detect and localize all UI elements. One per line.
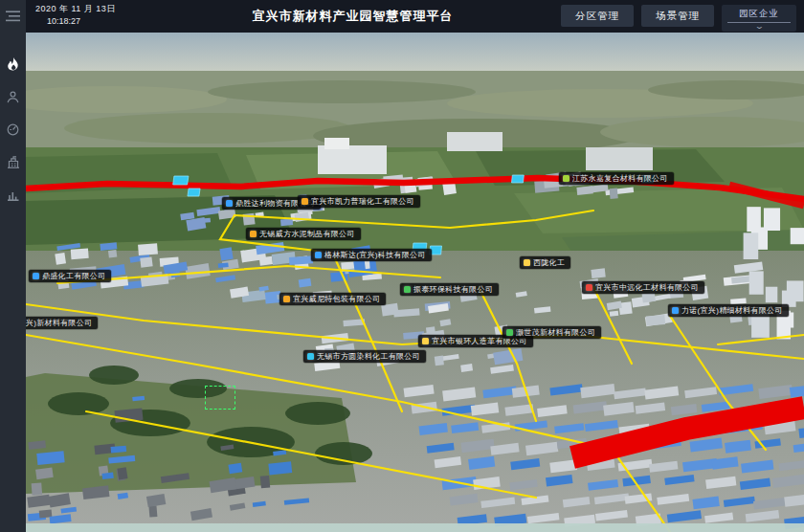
company-name: 无锡市方圆染料化工有限公司 [317, 352, 420, 361]
dropdown-selected-label: 园区企业 [727, 8, 791, 23]
selection-reticle [205, 386, 235, 410]
map-label[interactable]: 西陇化工 [520, 256, 570, 269]
map-label[interactable]: 远东(宜兴)新材料有限公司 [26, 317, 98, 329]
company-name: 振泰环保科技有限公司 [413, 285, 493, 294]
map-label[interactable]: 宜兴威尼特包装有限公司 [279, 293, 386, 305]
company-name: 格林斯达(宜兴)科技有限公司 [324, 251, 426, 259]
map-label[interactable]: 江苏永嘉复合材料有限公司 [559, 172, 674, 185]
company-marker-icon [404, 286, 411, 293]
map-label[interactable]: 力诺(宜兴)精细材料有限公司 [668, 304, 789, 317]
map-label[interactable]: 灏世茂新材料有限公司 [502, 326, 601, 339]
company-marker-icon [524, 259, 530, 266]
company-name: 西陇化工 [533, 258, 565, 267]
foreground-road [26, 523, 804, 532]
bar-chart-icon[interactable] [0, 182, 26, 207]
company-name: 江苏永嘉复合材料有限公司 [572, 174, 668, 183]
company-marker-icon [33, 273, 39, 279]
map-label[interactable]: 振泰环保科技有限公司 [400, 283, 499, 296]
user-icon[interactable] [0, 84, 26, 109]
company-name: 无锡威方水泥制品有限公司 [259, 230, 355, 238]
scene-management-button[interactable]: 场景管理 [641, 5, 714, 27]
park-enterprise-dropdown[interactable]: 园区企业 ⌄ [722, 5, 796, 32]
menu-icon[interactable] [0, 4, 26, 29]
factory-icon[interactable] [0, 149, 26, 174]
map-label[interactable]: 宜兴市中远化工材料有限公司 [582, 281, 704, 294]
header-actions: 分区管理 场景管理 园区企业 ⌄ [561, 5, 796, 32]
gauge-icon[interactable] [0, 117, 26, 142]
company-marker-icon [586, 284, 592, 291]
company-name: 宜兴市中远化工材料有限公司 [595, 283, 699, 292]
company-marker-icon [250, 231, 257, 237]
company-name: 远东(宜兴)新材料有限公司 [26, 319, 92, 327]
company-marker-icon [563, 175, 570, 182]
company-marker-icon [302, 198, 308, 205]
map-label[interactable]: 无锡威方水泥制品有限公司 [246, 228, 361, 240]
company-marker-icon [307, 353, 314, 360]
flame-icon[interactable] [0, 52, 26, 77]
company-name: 力诺(宜兴)精细材料有限公司 [681, 306, 783, 315]
company-marker-icon [315, 252, 322, 258]
company-marker-icon [283, 296, 290, 302]
map-3d-view[interactable]: 鼎胜达利物资有限公司宜兴市凯力普瑞化工有限公司无锡威方水泥制品有限公司格林斯达(… [26, 33, 804, 532]
company-name: 灏世茂新材料有限公司 [516, 328, 595, 337]
map-label[interactable]: 鼎盛化工有限公司 [29, 270, 111, 282]
company-marker-icon [422, 338, 429, 344]
company-name: 宜兴市凯力普瑞化工有限公司 [311, 197, 414, 206]
map-label[interactable]: 格林斯达(宜兴)科技有限公司 [311, 249, 432, 261]
zone-management-button[interactable]: 分区管理 [561, 5, 634, 27]
map-label[interactable]: 宜兴市凯力普瑞化工有限公司 [298, 195, 420, 208]
company-name: 鼎盛化工有限公司 [42, 272, 105, 280]
map-label[interactable]: 无锡市方圆染料化工有限公司 [303, 350, 426, 363]
chevron-down-icon: ⌄ [754, 23, 765, 31]
left-toolbar [0, 0, 26, 532]
company-name: 宜兴威尼特包装有限公司 [293, 295, 380, 303]
company-marker-icon [226, 200, 233, 207]
company-marker-icon [672, 307, 679, 314]
company-marker-icon [506, 329, 513, 336]
top-header-bar: 2020 年 11 月 13日 10:18:27 宜兴市新材料产业园智慧管理平台… [26, 0, 804, 33]
